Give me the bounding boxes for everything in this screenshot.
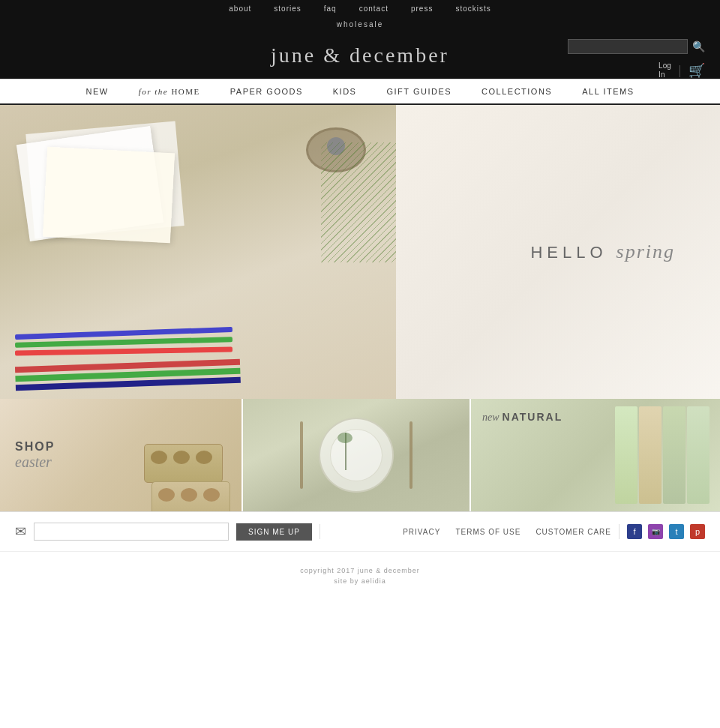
hero-text-area: HELLO spring — [530, 241, 675, 263]
email-icon: ✉ — [15, 523, 26, 540]
site-title: june & december — [271, 43, 449, 67]
nav-all-items[interactable]: ALL ITEMS — [582, 87, 634, 96]
plate-visual — [311, 410, 401, 500]
nav-gift-guides[interactable]: GIFT GUIDES — [386, 87, 452, 96]
top-nav-about[interactable]: about — [229, 4, 251, 13]
panel-easter[interactable]: SHOP easter — [0, 399, 242, 511]
top-bar-nav: about stories FAQ contact press stockist… — [229, 4, 490, 13]
login-link[interactable]: Log In — [658, 61, 671, 79]
search-input[interactable] — [568, 39, 688, 54]
hero-fern — [321, 142, 396, 262]
footer-terms-link[interactable]: TERMS OF USE — [455, 528, 520, 536]
instagram-icon[interactable]: 📷 — [648, 524, 663, 539]
social-icons: f 📷 t p — [627, 524, 705, 539]
wholesale-link[interactable]: wholesale — [337, 20, 383, 28]
wholesale-row: wholesale — [0, 16, 720, 33]
top-nav-contact[interactable]: contact — [359, 4, 388, 13]
hero-hello-text: HELLO — [530, 243, 607, 262]
hero-card-2 — [43, 147, 175, 244]
footer-bottom: copyright 2017 june & december site by a… — [0, 551, 720, 603]
nav-new[interactable]: NEW — [86, 87, 108, 96]
cart-icon[interactable]: 🛒 — [688, 62, 705, 79]
main-nav: NEW for the HOME PAPER GOODS KIDS GIFT G… — [0, 79, 720, 105]
shop-label: SHOP — [15, 440, 55, 454]
footer-social-divider — [619, 524, 620, 539]
footer-privacy-link[interactable]: PRIVACY — [403, 528, 440, 536]
top-bar: about stories FAQ contact press stockist… — [0, 0, 720, 16]
top-nav-stories[interactable]: stories — [274, 4, 301, 13]
search-button[interactable]: 🔍 — [692, 40, 705, 52]
nav-home[interactable]: for the HOME — [139, 87, 200, 96]
hero-spring-text: spring — [616, 241, 675, 262]
twitter-icon[interactable]: t — [669, 524, 684, 539]
panel-table[interactable] — [243, 399, 470, 511]
hero-banner: HELLO spring — [0, 105, 720, 399]
table-visual — [243, 399, 470, 511]
email-input[interactable] — [34, 523, 229, 541]
nav-kids[interactable]: KIDS — [333, 87, 357, 96]
hero-pencil-red — [15, 346, 232, 355]
easter-panel-text: SHOP easter — [15, 440, 55, 471]
top-nav-faq[interactable]: FAQ — [324, 4, 337, 13]
footer-divider — [320, 524, 320, 539]
facebook-icon[interactable]: f — [627, 524, 642, 539]
sign-up-button[interactable]: SIGN ME UP — [236, 523, 312, 541]
pinterest-icon[interactable]: p — [690, 524, 705, 539]
natural-panel-text: new NATURAL — [482, 410, 562, 424]
hero-visual-left — [0, 105, 396, 399]
easter-label: easter — [15, 454, 55, 471]
nav-paper-goods[interactable]: PAPER GOODS — [230, 87, 303, 96]
three-panels: SHOP easter — [0, 399, 720, 511]
nav-collections[interactable]: COLLECTIONS — [482, 87, 552, 96]
footer-customer-care-link[interactable]: CUSTOMER CARE — [536, 528, 611, 536]
top-nav-press[interactable]: press — [411, 4, 433, 13]
panel-natural[interactable]: new NATURAL — [471, 399, 720, 511]
natural-label: NATURAL — [502, 411, 563, 423]
copyright-text: copyright 2017 june & december — [15, 567, 705, 574]
top-nav-stockists[interactable]: stockists — [455, 4, 490, 13]
header: 🔍 Log In | 🛒 june & december — [0, 33, 720, 79]
new-label: new — [482, 412, 500, 423]
fabric-swatches — [615, 406, 712, 504]
footer-newsletter: ✉ SIGN ME UP PRIVACY TERMS OF USE CUSTOM… — [0, 511, 720, 551]
site-by-text: site by aelidia — [15, 577, 705, 585]
egg-carton-visual — [144, 429, 234, 504]
footer-links: PRIVACY TERMS OF USE CUSTOMER CARE — [403, 528, 611, 536]
header-right-corner: 🔍 Log In | 🛒 — [568, 39, 705, 79]
